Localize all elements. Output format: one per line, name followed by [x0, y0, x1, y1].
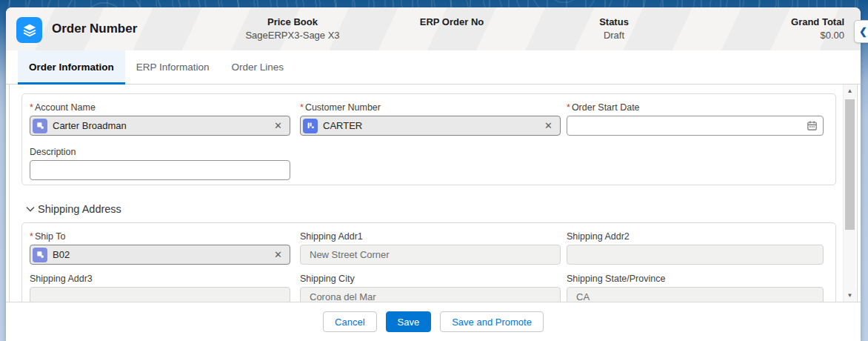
order-fields-card: *Account Name Carter Broadman ✕ *Custome… [21, 93, 836, 185]
scroll-up-arrow-icon[interactable]: ▲ [844, 85, 856, 97]
required-marker: * [300, 102, 304, 113]
required-marker: * [30, 102, 33, 113]
description-field: Description [30, 146, 290, 180]
clear-icon[interactable]: ✕ [273, 121, 284, 130]
shipping-state-field: Shipping State/Province [567, 273, 824, 302]
account-name-label: *Account Name [30, 102, 290, 113]
chevron-down-icon [24, 203, 36, 215]
required-marker: * [30, 231, 33, 242]
erp-order-no-label: ERP Order No [387, 16, 517, 29]
description-label: Description [30, 146, 290, 158]
shipping-city-input [300, 287, 561, 302]
clear-icon[interactable]: ✕ [543, 121, 554, 130]
customer-number-field: *Customer Number CARTER ✕ [300, 102, 561, 136]
order-information-panel: *Account Name Carter Broadman ✕ *Custome… [9, 85, 858, 302]
calendar-icon[interactable] [807, 120, 818, 131]
status-label: Status [549, 16, 679, 29]
order-object-icon [16, 17, 42, 43]
shipping-addr3-input [30, 287, 290, 302]
required-marker: * [567, 102, 570, 113]
grand-total-value: $0.00 [711, 29, 844, 42]
shipping-city-field: Shipping City [300, 273, 561, 302]
header-field-price-book: Price Book SageERPX3-Sage X3 [227, 16, 358, 42]
shipping-address-card: *Ship To B02 ✕ Shipping Addr1 Shipping A… [21, 222, 836, 302]
shipping-addr1-label: Shipping Addr1 [300, 231, 561, 242]
account-icon [33, 119, 47, 133]
ship-to-label: *Ship To [30, 231, 290, 242]
price-book-value: SageERPX3-Sage X3 [227, 29, 358, 42]
collapse-header-button[interactable]: ❮ [854, 20, 868, 43]
shipping-address-section-toggle[interactable]: Shipping Address [24, 203, 121, 215]
shipping-addr3-label: Shipping Addr3 [30, 273, 290, 285]
scrollbar-thumb[interactable] [845, 99, 855, 230]
shipping-addr2-field: Shipping Addr2 [567, 231, 824, 265]
save-and-promote-button[interactable]: Save and Promote [440, 311, 544, 332]
customer-number-value: CARTER [323, 120, 543, 131]
status-value: Draft [549, 29, 679, 42]
ship-to-field: *Ship To B02 ✕ [30, 231, 290, 265]
ship-to-value: B02 [53, 249, 273, 260]
cancel-button[interactable]: Cancel [323, 311, 376, 332]
scroll-down-arrow-icon[interactable]: ▼ [844, 289, 856, 302]
customer-number-lookup[interactable]: CARTER ✕ [300, 116, 561, 136]
description-input[interactable] [30, 160, 290, 180]
shipping-addr2-input [567, 245, 824, 265]
order-start-date-input[interactable] [567, 116, 824, 136]
shipping-address-section-title: Shipping Address [38, 203, 121, 215]
grand-total-label: Grand Total [711, 16, 844, 29]
footer-actions: Cancel Save Save and Promote [6, 302, 861, 341]
ship-to-lookup[interactable]: B02 ✕ [30, 245, 290, 265]
layers-icon [21, 22, 38, 39]
chevron-left-icon: ❮ [859, 26, 867, 37]
shipping-addr2-label: Shipping Addr2 [567, 231, 824, 242]
account-name-field: *Account Name Carter Broadman ✕ [30, 102, 290, 136]
account-name-value: Carter Broadman [53, 120, 273, 131]
customer-icon [303, 119, 318, 133]
save-button[interactable]: Save [386, 311, 432, 332]
order-record-modal: Order Number Price Book SageERPX3-Sage X… [6, 7, 861, 341]
vertical-scrollbar[interactable]: ▲ ▼ [843, 85, 855, 302]
shipping-state-input [567, 287, 824, 302]
tab-erp-information[interactable]: ERP Information [125, 50, 221, 85]
order-start-date-field: *Order Start Date [567, 102, 824, 136]
tab-order-information[interactable]: Order Information [18, 50, 125, 85]
shipping-addr1-field: Shipping Addr1 [300, 231, 561, 265]
header-field-erp-order-no: ERP Order No [387, 16, 517, 29]
clear-icon[interactable]: ✕ [273, 250, 284, 259]
page-title: Order Number [52, 21, 137, 36]
record-header: Order Number Price Book SageERPX3-Sage X… [6, 7, 861, 50]
tab-order-lines[interactable]: Order Lines [221, 50, 296, 85]
account-name-lookup[interactable]: Carter Broadman ✕ [30, 116, 290, 136]
tab-bar: Order Information ERP Information Order … [6, 50, 861, 85]
shipping-city-label: Shipping City [300, 273, 561, 285]
shipping-addr1-input [300, 245, 561, 265]
account-icon [33, 248, 47, 262]
shipping-addr3-field: Shipping Addr3 [30, 273, 290, 302]
header-field-grand-total: Grand Total $0.00 [711, 16, 844, 42]
header-field-status: Status Draft [549, 16, 679, 42]
price-book-label: Price Book [227, 16, 358, 29]
customer-number-label: *Customer Number [300, 102, 561, 113]
shipping-state-label: Shipping State/Province [567, 273, 824, 285]
order-start-date-label: *Order Start Date [567, 102, 824, 113]
